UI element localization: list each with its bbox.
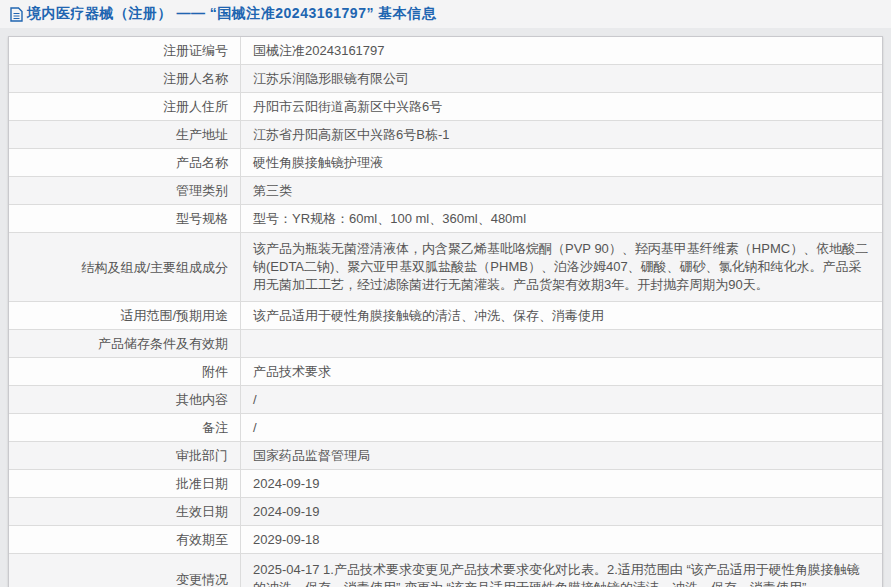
registration-info-table: 注册证编号国械注准20243161797注册人名称江苏乐润隐形眼镜有限公司注册人… [8,36,883,587]
table-row: 其他内容/ [9,386,882,414]
row-label-text: 注册人住所 [163,98,228,115]
row-value [241,330,882,357]
row-value: 江苏乐润隐形眼镜有限公司 [241,65,882,92]
row-label: 注册人名称 [9,65,241,92]
table-row: 产品名称硬性角膜接触镜护理液 [9,149,882,177]
table-row: 备注/ [9,414,882,442]
row-label: 产品名称 [9,149,241,176]
row-label: 审批部门 [9,442,241,469]
row-label: 管理类别 [9,177,241,204]
row-value: 国家药品监督管理局 [241,442,882,469]
row-label-text: 产品储存条件及有效期 [98,335,228,352]
table-row: 审批部门国家药品监督管理局 [9,442,882,470]
page-header: 境内医疗器械（注册） —— “国械注准20243161797” 基本信息 [0,0,891,28]
row-label-text: 变更情况 [176,571,228,587]
row-label: 适用范围/预期用途 [9,302,241,329]
row-label-text: 注册证编号 [163,42,228,59]
row-label: 附件 [9,358,241,385]
table-row: 结构及组成/主要组成成分该产品为瓶装无菌澄清液体，内含聚乙烯基吡咯烷酮（PVP … [9,233,882,302]
table-row: 注册人住所丹阳市云阳街道高新区中兴路6号 [9,93,882,121]
row-label-text: 审批部门 [176,447,228,464]
table-row: 有效期至2029-09-18 [9,526,882,554]
row-label: 结构及组成/主要组成成分 [9,233,241,301]
row-label-text: 批准日期 [176,475,228,492]
row-label-text: 型号规格 [176,210,228,227]
row-value: 2025-04-17 1.产品技术要求变更见产品技术要求变化对比表。2.适用范围… [241,554,882,587]
document-icon [10,7,23,22]
row-value: / [241,414,882,441]
row-value: 国械注准20243161797 [241,37,882,64]
table-row: 产品储存条件及有效期 [9,330,882,358]
row-label-text: 备注 [202,419,228,436]
row-value: 2024-09-19 [241,470,882,497]
row-label: 其他内容 [9,386,241,413]
row-label-text: 其他内容 [176,391,228,408]
table-row: 注册人名称江苏乐润隐形眼镜有限公司 [9,65,882,93]
table-row: 适用范围/预期用途该产品适用于硬性角膜接触镜的清洁、冲洗、保存、消毒使用 [9,302,882,330]
row-label-text: 结构及组成/主要组成成分 [81,259,228,276]
row-value: 2024-09-19 [241,498,882,525]
table-row: 生产地址江苏省丹阳高新区中兴路6号B栋-1 [9,121,882,149]
row-label: 备注 [9,414,241,441]
row-value: 2029-09-18 [241,526,882,553]
row-label-text: 生产地址 [176,126,228,143]
row-label: 生产地址 [9,121,241,148]
row-value: / [241,386,882,413]
row-label: 产品储存条件及有效期 [9,330,241,357]
table-row: 型号规格型号：YR规格：60ml、100 ml、360ml、480ml [9,205,882,233]
table-row: 变更情况2025-04-17 1.产品技术要求变更见产品技术要求变化对比表。2.… [9,554,882,587]
row-value: 该产品适用于硬性角膜接触镜的清洁、冲洗、保存、消毒使用 [241,302,882,329]
row-value: 丹阳市云阳街道高新区中兴路6号 [241,93,882,120]
row-value: 产品技术要求 [241,358,882,385]
row-label: 变更情况 [9,554,241,587]
row-label-text: 适用范围/预期用途 [120,307,228,324]
table-row: 附件产品技术要求 [9,358,882,386]
table-row: 注册证编号国械注准20243161797 [9,37,882,65]
row-label-text: 有效期至 [176,531,228,548]
row-value: 第三类 [241,177,882,204]
row-label-text: 生效日期 [176,503,228,520]
row-label: 有效期至 [9,526,241,553]
row-label-text: 注册人名称 [163,70,228,87]
row-label: 生效日期 [9,498,241,525]
row-label: 注册人住所 [9,93,241,120]
table-row: 生效日期2024-09-19 [9,498,882,526]
row-label: 型号规格 [9,205,241,232]
row-value: 该产品为瓶装无菌澄清液体，内含聚乙烯基吡咯烷酮（PVP 90）、羟丙基甲基纤维素… [241,233,882,301]
table-row: 批准日期2024-09-19 [9,470,882,498]
row-value: 硬性角膜接触镜护理液 [241,149,882,176]
row-label-text: 附件 [202,363,228,380]
page-title: 境内医疗器械（注册） —— “国械注准20243161797” 基本信息 [27,5,436,23]
row-label: 批准日期 [9,470,241,497]
row-label: 注册证编号 [9,37,241,64]
row-label-text: 产品名称 [176,154,228,171]
row-value: 型号：YR规格：60ml、100 ml、360ml、480ml [241,205,882,232]
row-label-text: 管理类别 [176,182,228,199]
table-row: 管理类别第三类 [9,177,882,205]
row-value: 江苏省丹阳高新区中兴路6号B栋-1 [241,121,882,148]
